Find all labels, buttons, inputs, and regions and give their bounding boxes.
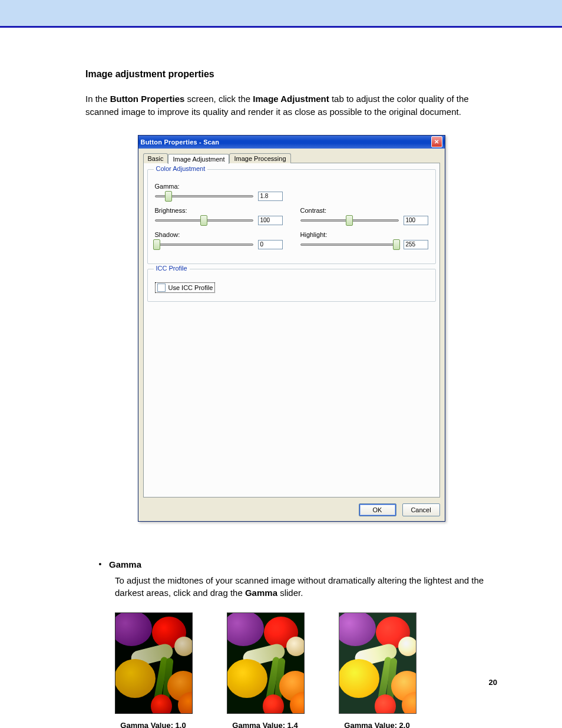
tab-basic[interactable]: Basic [143,153,168,163]
close-button[interactable]: ✕ [431,136,442,147]
bullet-label: Gamma [109,559,141,569]
close-icon: ✕ [434,139,439,145]
slider-thumb[interactable] [165,191,172,202]
checkbox-label: Use ICC Profile [168,284,213,291]
slider-gamma[interactable] [155,192,253,200]
label-highlight: Highlight: [300,231,428,238]
slider-thumb[interactable] [153,239,160,250]
slider-thumb[interactable] [346,215,353,226]
bullet-dot-icon: • [91,559,109,569]
example-image [339,612,416,714]
slider-thumb[interactable] [393,239,400,250]
checkbox-use-icc-profile[interactable]: Use ICC Profile [155,282,216,293]
example-caption: Gamma Value: 1.0 [115,721,191,728]
section-heading: Image adjustment properties [85,69,497,80]
intro-paragraph: In the Button Properties screen, click t… [85,93,497,118]
tab-panel: Color Adjustment Gamma: 1.8 [143,163,440,498]
group-icc-profile: ICC Profile Use ICC Profile [147,269,436,302]
gamma-example: Gamma Value: 2.0 [339,612,415,728]
slider-contrast[interactable] [300,216,399,225]
field-contrast: Contrast: 100 [300,207,428,225]
tab-image-adjustment[interactable]: Image Adjustment [168,154,229,164]
page-number: 20 [489,678,497,687]
gamma-text: slider. [277,588,303,598]
intro-text: screen, click the [184,94,253,104]
header-bar [0,0,562,28]
intro-bold-1: Button Properties [110,94,185,104]
label-gamma: Gamma: [155,183,283,190]
slider-highlight[interactable] [300,241,399,249]
group-legend: Color Adjustment [154,165,208,172]
gamma-bullet-section: • Gamma To adjust the midtones of your s… [91,559,497,729]
tab-bar: Basic Image Adjustment Image Processing [143,153,440,163]
checkbox-box-icon [157,284,166,292]
gamma-bold: Gamma [245,588,277,598]
dialog-button-row: OK Cancel [143,498,440,516]
dialog-titlebar[interactable]: Button Properties - Scan ✕ [138,136,445,149]
label-contrast: Contrast: [300,207,428,214]
gamma-description: To adjust the midtones of your scanned i… [115,574,497,600]
label-shadow: Shadow: [155,231,283,238]
value-shadow[interactable]: 0 [258,240,283,249]
page: Image adjustment properties In the Butto… [0,0,562,728]
example-caption: Gamma Value: 1.4 [227,721,303,728]
dialog-title: Button Properties - Scan [141,139,220,146]
slider-thumb[interactable] [200,215,207,226]
field-highlight: Highlight: 255 [300,231,428,249]
group-legend: ICC Profile [154,265,190,272]
slider-shadow[interactable] [155,241,253,249]
field-shadow: Shadow: 0 [155,231,283,249]
gamma-example: Gamma Value: 1.0 [115,612,191,728]
intro-bold-2: Image Adjustment [253,94,329,104]
content-area: Image adjustment properties In the Butto… [0,28,562,728]
field-brightness: Brightness: 100 [155,207,283,225]
slider-brightness[interactable] [155,216,253,225]
gamma-examples: Gamma Value: 1.0 [115,612,497,728]
example-caption: Gamma Value: 2.0 [339,721,415,728]
value-gamma[interactable]: 1.8 [258,192,283,201]
value-contrast[interactable]: 100 [404,216,428,225]
group-color-adjustment: Color Adjustment Gamma: 1.8 [147,169,436,264]
tab-image-processing[interactable]: Image Processing [229,153,290,163]
field-gamma: Gamma: 1.8 [155,183,283,201]
value-brightness[interactable]: 100 [258,216,283,225]
gamma-example: Gamma Value: 1.4 [227,612,303,728]
example-image [227,612,305,714]
value-highlight[interactable]: 255 [404,240,428,249]
dialog-body: Basic Image Adjustment Image Processing … [138,149,445,521]
cancel-button[interactable]: Cancel [402,503,440,516]
ok-button[interactable]: OK [359,503,396,516]
button-properties-dialog: Button Properties - Scan ✕ Basic Image A… [138,135,445,522]
example-image [115,612,193,714]
intro-text: In the [85,94,110,104]
label-brightness: Brightness: [155,207,283,214]
